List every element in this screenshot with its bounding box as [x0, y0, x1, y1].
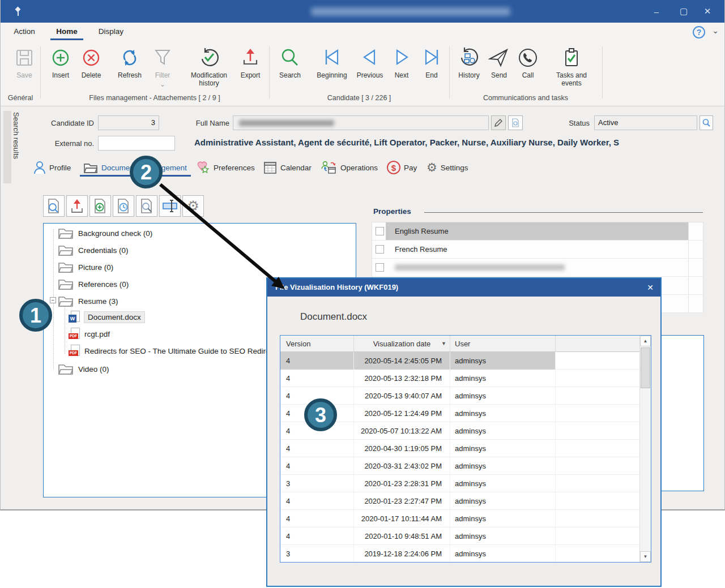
tree-expander-resume[interactable]: − [50, 297, 56, 303]
property-row-redacted[interactable] [372, 259, 703, 277]
edit-name-button[interactable] [491, 115, 506, 130]
table-row[interactable]: 4 2020-05-13 9:40:07 AM adminsys [280, 387, 640, 405]
rename-file-button[interactable] [159, 195, 181, 217]
add-file-button[interactable] [89, 195, 111, 217]
pdf-file-icon: PDF [69, 345, 80, 358]
tree-file-redirects-pdf[interactable]: PDF Redirects for SEO - The Ultimate Gui… [69, 344, 270, 358]
tab-calendar[interactable]: Calendar [263, 159, 312, 176]
delete-icon [79, 45, 104, 70]
status-field[interactable]: Active [594, 115, 697, 130]
tree-folder-credentials[interactable]: Credentials (0) [58, 243, 129, 257]
candidate-id-field[interactable]: 3 [98, 115, 159, 130]
send-icon [487, 45, 511, 70]
ribbon-collapse-icon[interactable]: ⌄ [712, 26, 719, 35]
checkbox[interactable] [376, 263, 384, 272]
save-button[interactable]: Save [10, 45, 39, 79]
full-name-redacted [239, 120, 334, 126]
filter-chevron-icon: ⌄ [160, 80, 165, 88]
pencil-icon [494, 118, 503, 127]
tab-pay[interactable]: $ Pay [387, 159, 417, 176]
gear-icon: ⚙ [187, 198, 199, 214]
tab-action[interactable]: Action [10, 23, 39, 40]
table-row[interactable]: 4 2020-05-14 2:45:05 PM adminsys [280, 352, 640, 370]
upload-file-button[interactable] [66, 195, 88, 217]
filter-icon [150, 45, 175, 70]
minimize-button[interactable]: – [644, 0, 669, 23]
close-button[interactable]: ✕ [695, 0, 720, 23]
table-row[interactable]: 4 2020-05-07 10:13:22 AM adminsys [280, 422, 640, 440]
rename-icon [162, 198, 178, 214]
tasks-and-events-button[interactable]: Tasks and events [545, 45, 598, 87]
column-header-user[interactable]: User [450, 336, 556, 352]
tree-folder-references[interactable]: References (0) [58, 277, 129, 291]
checkbox[interactable] [376, 227, 384, 235]
full-name-label: Full Name [187, 119, 229, 127]
column-header-visualization-date[interactable]: Visualization date ▼ [354, 336, 450, 352]
next-button[interactable]: Next [389, 45, 414, 79]
status-search-button[interactable] [700, 115, 713, 130]
call-button[interactable]: Call [515, 45, 541, 79]
table-row[interactable]: 4 2020-05-13 2:32:18 PM adminsys [280, 370, 640, 387]
scrollbar-thumb[interactable] [641, 347, 650, 388]
table-row[interactable]: 4 2020-01-17 10:11:44 AM adminsys [280, 510, 640, 527]
attachments-settings-button[interactable]: ⚙ [182, 195, 204, 217]
beginning-button[interactable]: Beginning [313, 45, 351, 79]
full-name-field[interactable] [233, 115, 489, 130]
tab-documents-management[interactable]: Documents management [83, 159, 187, 176]
tab-profile[interactable]: Profile [33, 159, 71, 176]
tree-folder-video[interactable]: Video (0) [58, 362, 109, 376]
tree-file-document-docx[interactable]: W Document.docx [69, 310, 144, 324]
end-button[interactable]: End [419, 45, 445, 79]
table-row[interactable]: 4 2020-05-12 1:24:49 PM adminsys [280, 405, 640, 422]
tab-display[interactable]: Display [93, 23, 129, 40]
table-row[interactable]: 3 2019-12-18 2:24:06 PM adminsys [280, 545, 640, 563]
export-icon [238, 45, 263, 70]
tab-preferences[interactable]: Preferences [195, 159, 255, 176]
send-button[interactable]: Send [487, 45, 511, 79]
preview-file-button[interactable] [43, 195, 65, 217]
visualization-history-table: Version Visualization date ▼ User 4 2020… [280, 335, 651, 563]
column-header-version[interactable]: Version [280, 336, 354, 352]
search-button[interactable]: Search [275, 45, 305, 79]
table-row[interactable]: 3 2020-01-23 2:28:31 PM adminsys [280, 475, 640, 492]
ribbon: Save Insert Delete Refresh [1, 42, 724, 106]
delete-button[interactable]: Delete [76, 45, 106, 79]
table-row[interactable]: 4 2020-01-10 9:48:51 AM adminsys [280, 527, 640, 545]
insert-button[interactable]: Insert [46, 45, 75, 79]
previous-button[interactable]: Previous [353, 45, 387, 79]
help-icon[interactable]: ? [693, 26, 705, 38]
filter-button[interactable]: Filter ⌄ [149, 45, 176, 88]
scroll-down-icon[interactable]: ▼ [640, 551, 651, 562]
file-search-button[interactable] [136, 195, 157, 217]
table-row[interactable]: 4 2020-04-30 1:19:05 PM adminsys [280, 440, 640, 457]
file-visualization-history-dialog: File Vizualisation History (WKF019) ✕ Do… [266, 277, 662, 587]
view-record-button[interactable] [508, 115, 523, 130]
tree-folder-resume[interactable]: Resume (3) [58, 294, 118, 308]
tab-settings[interactable]: ⚙ Settings [427, 159, 468, 176]
property-row-english-resume[interactable]: English Resume [372, 222, 703, 241]
table-scrollbar[interactable]: ▲ ▼ [639, 336, 651, 562]
checkbox[interactable] [376, 245, 384, 254]
table-row[interactable]: 4 2020-01-23 2:27:47 PM adminsys [280, 492, 640, 510]
history-button[interactable]: History [454, 45, 484, 79]
export-button[interactable]: Export [235, 45, 266, 79]
tree-folder-background-check[interactable]: Background check (0) [58, 226, 152, 241]
group-separator [602, 46, 603, 98]
group-label-comms: Communications and tasks [449, 94, 602, 104]
sidebar-tab-search-results[interactable]: Search results [12, 112, 20, 159]
tree-file-rcgt-pdf[interactable]: PDF rcgt.pdf [69, 327, 110, 341]
tree-folder-picture[interactable]: Picture (0) [58, 260, 113, 274]
file-history-button[interactable] [113, 195, 134, 217]
property-row-french-resume[interactable]: French Resume [372, 241, 703, 259]
maximize-button[interactable]: ▢ [671, 0, 696, 23]
tab-operations[interactable]: Operations [321, 159, 378, 176]
scroll-up-icon[interactable]: ▲ [640, 336, 651, 346]
file-search-icon [139, 198, 155, 214]
tab-home[interactable]: Home [50, 23, 83, 40]
table-row[interactable]: 4 2020-03-31 2:43:02 PM adminsys [280, 457, 640, 475]
external-no-field[interactable] [98, 136, 175, 151]
refresh-button[interactable]: Refresh [113, 45, 147, 79]
modification-history-button[interactable]: Modification history [184, 45, 234, 87]
folder-icon [58, 278, 74, 290]
dialog-close-icon[interactable]: ✕ [647, 278, 654, 297]
